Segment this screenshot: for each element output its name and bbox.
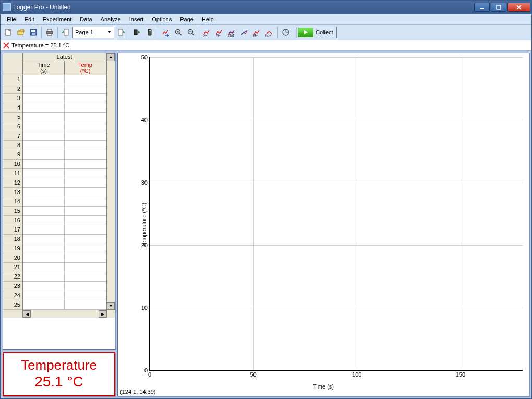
table-row-header[interactable]: 8 xyxy=(3,141,23,150)
table-cell[interactable] xyxy=(23,113,65,122)
table-row-header[interactable]: 13 xyxy=(3,188,23,197)
table-cell[interactable] xyxy=(65,103,106,113)
model-button[interactable]: f(x)= xyxy=(264,27,275,38)
curve-fit-button[interactable]: R= xyxy=(251,27,263,38)
table-cell[interactable] xyxy=(65,160,106,169)
table-row-header[interactable]: 15 xyxy=(3,207,23,216)
table-row-header[interactable]: 23 xyxy=(3,282,23,291)
table-cell[interactable] xyxy=(23,122,65,131)
table-cell[interactable] xyxy=(65,291,106,300)
table-row-header[interactable]: 5 xyxy=(3,113,23,122)
table-cell[interactable] xyxy=(23,188,65,197)
table-cell[interactable] xyxy=(65,169,106,178)
table-row-header[interactable]: 1 xyxy=(3,75,23,84)
data-table-panel[interactable]: Latest▲▼Time(s)Temp(°C)12345678910111213… xyxy=(3,53,115,350)
table-cell[interactable] xyxy=(23,75,65,84)
menu-analyze[interactable]: Analyze xyxy=(96,15,125,23)
table-row-header[interactable]: 24 xyxy=(3,291,23,300)
table-row-header[interactable]: 10 xyxy=(3,160,23,169)
table-cell[interactable] xyxy=(65,197,106,207)
table-vscroll[interactable]: ▲▼ xyxy=(106,53,115,318)
table-cell[interactable] xyxy=(23,244,65,253)
table-cell[interactable] xyxy=(23,235,65,244)
print-button[interactable] xyxy=(44,27,55,38)
sensor-readout-bar[interactable]: Temperature = 25.1 °C xyxy=(1,40,531,51)
table-cell[interactable] xyxy=(23,178,65,188)
table-cell[interactable] xyxy=(65,122,106,131)
table-row-header[interactable]: 20 xyxy=(3,253,23,263)
menu-edit[interactable]: Edit xyxy=(20,15,39,23)
table-row-header[interactable]: 25 xyxy=(3,300,23,310)
table-row-header[interactable]: 18 xyxy=(3,235,23,244)
new-file-button[interactable] xyxy=(3,27,14,38)
x-axis-label[interactable]: Time (s) xyxy=(313,383,334,390)
table-row-header[interactable]: 14 xyxy=(3,197,23,207)
menu-page[interactable]: Page xyxy=(176,15,198,23)
table-cell[interactable] xyxy=(65,207,106,216)
table-cell[interactable] xyxy=(65,253,106,263)
menu-options[interactable]: Options xyxy=(148,15,176,23)
table-cell[interactable] xyxy=(65,150,106,160)
examine-button[interactable]: X= xyxy=(201,27,213,38)
next-page-button[interactable] xyxy=(115,27,127,38)
table-row-header[interactable]: 17 xyxy=(3,225,23,235)
table-cell[interactable] xyxy=(23,272,65,282)
menu-experiment[interactable]: Experiment xyxy=(39,15,76,23)
table-row-header[interactable]: 7 xyxy=(3,131,23,141)
maximize-button[interactable] xyxy=(491,3,506,12)
table-row-header[interactable]: 6 xyxy=(3,122,23,131)
menu-help[interactable]: Help xyxy=(198,15,218,23)
menu-data[interactable]: Data xyxy=(76,15,96,23)
table-cell[interactable] xyxy=(65,113,106,122)
table-cell[interactable] xyxy=(23,291,65,300)
prev-page-button[interactable] xyxy=(60,27,71,38)
table-cell[interactable] xyxy=(23,197,65,207)
table-cell[interactable] xyxy=(23,160,65,169)
table-cell[interactable] xyxy=(65,178,106,188)
table-cell[interactable] xyxy=(65,300,106,310)
table-cell[interactable] xyxy=(23,94,65,103)
device-button[interactable] xyxy=(144,27,155,38)
table-cell[interactable] xyxy=(65,244,106,253)
table-cell[interactable] xyxy=(65,282,106,291)
table-cell[interactable] xyxy=(65,141,106,150)
table-cell[interactable] xyxy=(23,207,65,216)
table-col-time[interactable]: Time(s) xyxy=(23,61,65,75)
table-cell[interactable] xyxy=(23,253,65,263)
table-cell[interactable] xyxy=(65,84,106,94)
menu-file[interactable]: File xyxy=(3,15,20,23)
tangent-button[interactable]: M= xyxy=(214,27,225,38)
table-cell[interactable] xyxy=(65,94,106,103)
table-cell[interactable] xyxy=(23,169,65,178)
data-browser-button[interactable] xyxy=(280,27,292,38)
table-cell[interactable] xyxy=(23,216,65,225)
table-row-header[interactable]: 16 xyxy=(3,216,23,225)
table-cell[interactable] xyxy=(65,235,106,244)
table-row-header[interactable]: 4 xyxy=(3,103,23,113)
minimize-button[interactable] xyxy=(474,3,490,12)
page-selector[interactable]: Page 1▼ xyxy=(72,27,114,38)
open-file-button[interactable] xyxy=(15,27,27,38)
titlebar[interactable]: Logger Pro - Untitled xyxy=(1,1,531,14)
table-cell[interactable] xyxy=(65,225,106,235)
table-latest-header[interactable]: Latest xyxy=(23,53,106,61)
table-cell[interactable] xyxy=(23,282,65,291)
table-row-header[interactable]: 22 xyxy=(3,272,23,282)
zoom-in-button[interactable] xyxy=(173,27,184,38)
data-collection-button[interactable] xyxy=(131,27,143,38)
table-cell[interactable] xyxy=(23,150,65,160)
table-cell[interactable] xyxy=(23,300,65,310)
table-cell[interactable] xyxy=(65,263,106,272)
table-col-temp[interactable]: Temp(°C) xyxy=(65,61,106,75)
table-row-header[interactable]: 11 xyxy=(3,169,23,178)
table-row-header[interactable]: 2 xyxy=(3,84,23,94)
y-axis-label[interactable]: Temperature (°C) xyxy=(141,202,147,246)
table-cell[interactable] xyxy=(65,131,106,141)
close-button[interactable] xyxy=(507,3,530,12)
table-cell[interactable] xyxy=(65,75,106,84)
save-button[interactable] xyxy=(28,27,39,38)
table-cell[interactable] xyxy=(23,84,65,94)
table-cell[interactable] xyxy=(23,263,65,272)
table-cell[interactable] xyxy=(65,216,106,225)
meter-panel[interactable]: Temperature 25.1 °C xyxy=(3,352,115,396)
